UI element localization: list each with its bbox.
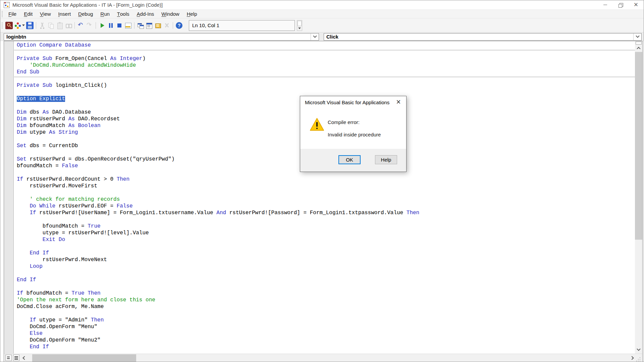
code-segment: DAO.Recordset [75,116,120,122]
close-button[interactable] [628,0,644,9]
copy-icon [47,22,55,29]
code-line: ' check for matching records [17,196,635,203]
object-dropdown[interactable]: loginbtn [4,33,319,41]
procedure-dropdown-button[interactable] [633,34,641,40]
code-segment: Dim [17,123,26,129]
toolbar-scroll-control[interactable] [297,20,302,31]
code-segment: Then [117,176,129,182]
menu-edit[interactable]: Edit [20,10,36,18]
code-line: End If [17,277,635,283]
ok-button[interactable]: OK [338,155,361,164]
code-line: If bfoundMatch = True Then [17,290,635,297]
object-dropdown-button[interactable] [311,34,319,40]
scroll-left-button[interactable] [21,354,28,362]
code-line: rstUserPwrd.MoveNext [17,256,635,263]
save-icon[interactable] [26,22,34,29]
scroll-down-button[interactable] [635,347,642,353]
code-segment: False [62,163,78,169]
code-lines: Option Compare Database Private Sub Form… [17,42,635,350]
code-line: End If [17,250,635,256]
properties-window-icon[interactable] [146,22,153,29]
redo-icon [86,22,93,29]
full-module-view-button[interactable] [13,355,19,361]
error-detail-text: Invalid inside procedure [328,132,381,137]
minimize-button[interactable] [597,0,613,9]
code-segment: As Integer [110,56,142,62]
code-segment: rstUserPwrd![UserName] = Form_Login1.txt… [36,210,217,216]
code-line: If rstUserPwrd![UserName] = Form_Login1.… [17,209,635,216]
code-segment: utype = rstUserPwrd![level].Value [17,230,149,236]
code-segment: ) [142,56,146,62]
menu-view[interactable]: View [36,10,55,18]
run-icon[interactable] [98,22,106,29]
restore-button[interactable] [613,0,628,9]
horizontal-scroll-thumb[interactable] [32,354,136,362]
toolbar-grip-handle[interactable] [2,22,3,28]
code-segment: utype [26,129,49,135]
code-line [17,283,635,290]
procedure-view-button[interactable] [5,355,12,361]
code-segment: rstUserPwrd [26,116,68,122]
scroll-up-button[interactable] [635,45,642,51]
menu-insert[interactable]: Insert [55,10,75,18]
code-segment: Dim [17,109,26,115]
code-line: 'DoCmd.RunCommand acCmdWindowHide [17,62,635,69]
code-segment: Loop [30,263,42,269]
break-icon[interactable] [107,22,114,29]
window-title: Microsoft Visual Basic for Applications … [12,2,163,8]
code-segment: Set [17,143,26,149]
split-handle[interactable] [636,42,642,45]
reset-icon[interactable] [116,22,123,29]
warning-icon [310,118,324,132]
code-line [17,310,635,317]
code-segment: dbs [26,109,43,115]
code-editor[interactable]: Option Compare Database Private Sub Form… [14,41,635,354]
vertical-scrollbar[interactable] [635,41,642,354]
code-segment: True [71,290,84,296]
dropdown-arrow-icon[interactable] [22,24,25,26]
undo-icon[interactable] [77,22,85,29]
code-line: Private Sub Form_Open(Cancel As Integer) [17,55,635,62]
code-segment: rstUserPwrd.MoveNext [17,257,107,263]
code-segment: End Sub [17,69,39,75]
code-segment: Dim [17,129,26,135]
menu-file[interactable]: File [5,10,20,18]
menu-run[interactable]: Run [97,10,113,18]
code-segment [17,250,30,256]
code-window: Option Compare Database Private Sub Form… [4,41,643,362]
code-segment: Do While [30,203,55,209]
code-line: bfoundMatch = True [17,223,635,230]
dialog-close-button[interactable] [393,98,404,106]
help-icon[interactable] [176,22,182,29]
code-segment [17,237,43,243]
code-line: 'Open the next form here and close this … [17,297,635,303]
resize-grip[interactable] [636,357,641,361]
menu-addins[interactable]: Add-Ins [133,10,158,18]
code-line: Else [17,330,635,337]
scroll-right-button[interactable] [629,354,635,362]
chevron-right-icon [630,356,634,360]
menubar-grip-handle[interactable] [2,11,3,17]
selected-text: Option Explicit [17,96,65,102]
menu-tools[interactable]: Tools [113,10,133,18]
menu-window[interactable]: Window [158,10,183,18]
code-segment: rstUserPwrd = dbs.OpenRecordset("qryUser… [26,156,175,162]
code-segment: 'Open the next form here and close this … [17,297,155,303]
design-mode-icon[interactable] [124,22,132,29]
insert-object-icon[interactable] [14,22,21,29]
view-access-icon[interactable] [5,22,13,29]
project-explorer-icon[interactable] [137,22,144,29]
menu-items: FileEditViewInsertDebugRunToolsAdd-InsWi… [5,10,201,18]
code-line: If rstUserPwrd.RecordCount > 0 Then [17,176,635,183]
code-segment: utype = "Admin" [36,317,91,323]
toolbox-icon [163,22,170,29]
margin-indicator-bar[interactable] [4,41,14,354]
menu-debug[interactable]: Debug [74,10,97,18]
procedure-dropdown[interactable]: Click [324,33,642,41]
help-button[interactable]: Help [375,155,397,164]
code-segment: End If [30,344,49,350]
code-line: Exit Do [17,236,635,243]
vertical-scroll-thumb[interactable] [635,52,642,240]
object-browser-icon[interactable] [154,22,162,29]
menu-help[interactable]: Help [183,10,201,18]
